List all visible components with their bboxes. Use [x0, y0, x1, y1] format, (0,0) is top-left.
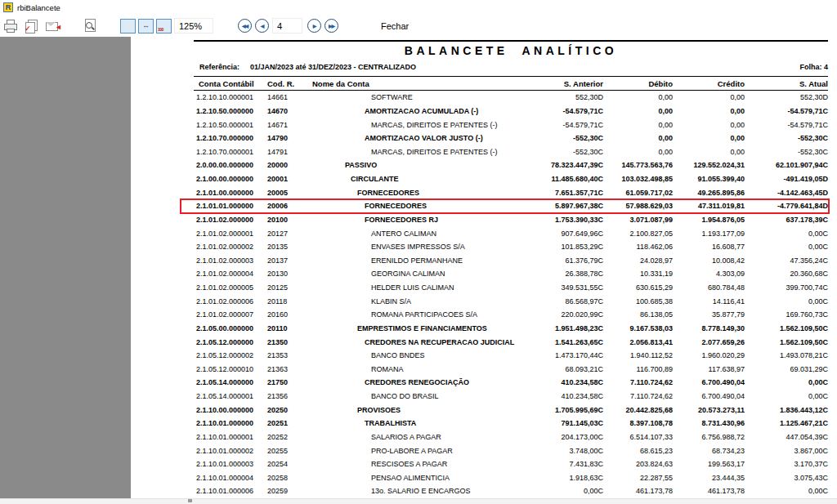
col-conta-contabil: Conta Contábil: [194, 79, 266, 88]
cell-cod: 14661: [266, 93, 305, 101]
cell-conta: 2.1.05.00.000000: [194, 324, 266, 332]
cell-nome: BANCO DO BRASIL: [305, 392, 523, 400]
cell-debito: 68.615,23: [603, 447, 673, 455]
cell-credito: 20.573.273,11: [673, 406, 745, 414]
table-row: 2.1.01.02.000005 20125 HELDER LUIS CALIM…: [194, 281, 828, 295]
cell-cod: 20127: [266, 230, 305, 238]
page-width-button[interactable]: ↔: [138, 19, 154, 33]
zoom-level-input[interactable]: [174, 18, 213, 33]
cell-debito: 8.397.108,78: [603, 419, 673, 427]
nav-last-icon: ▶▶: [329, 23, 334, 29]
toolbar: ✓ ◄ ↔ 100 ◀◀ ◀ ▶ ▶▶ Fechar: [0, 15, 837, 37]
table-row: 2.1.05.14.000000 21750 CREDORES RENEGOCI…: [194, 376, 828, 390]
cell-credito: 4.303,09: [673, 270, 745, 278]
cell-s-atual: 0,00C: [745, 243, 828, 251]
table-row: 2.1.10.01.000004 20258 PENSAO ALIMENTICI…: [194, 471, 828, 485]
cell-conta: 2.1.05.12.000000: [194, 338, 266, 346]
cell-cod: 20250: [266, 406, 305, 414]
cell-cod: 20137: [266, 256, 305, 265]
col-cod-r: Cod. R.: [266, 79, 305, 88]
cell-credito: 0,00: [673, 93, 745, 101]
cell-s-anterior: 204.173,00C: [523, 433, 603, 441]
table-row: 2.1.10.01.000003 20254 RESCISOES A PAGAR…: [194, 457, 828, 471]
nav-last-button[interactable]: ▶▶: [325, 19, 338, 33]
cell-cod: 20130: [266, 270, 305, 278]
cell-s-anterior: 349.531,55C: [523, 283, 603, 292]
cell-credito: 49.265.895,86: [673, 189, 745, 197]
print-options-button[interactable]: ✓: [25, 17, 39, 35]
cell-cod: 20125: [266, 283, 305, 292]
reference-value: 01/JAN/2023 até 31/DEZ/2023 - CENTRALIZA…: [250, 63, 416, 72]
cell-nome: MARCAS, DIREITOS E PATENTES (-): [305, 121, 523, 129]
cell-debito: 2.100.827,05: [603, 230, 673, 238]
table-row: 2.1.10.01.000000 20251 TRABALHISTA 791.1…: [194, 417, 828, 430]
nav-next-button[interactable]: ▶: [307, 19, 321, 33]
horizontal-scrollbar[interactable]: [0, 498, 837, 504]
cell-s-anterior: 7.431,83C: [523, 460, 603, 468]
table-row: 2.1.01.02.000004 20130 GEORGINA CALIMAN …: [194, 267, 828, 281]
cell-cod: 14790: [266, 134, 305, 142]
cell-credito: 6.700.490,04: [673, 378, 745, 386]
close-report-button[interactable]: Fechar: [381, 21, 409, 31]
cell-conta: 2.1.00.00.000000: [194, 175, 266, 183]
cell-s-atual: 0,00C: [745, 392, 828, 400]
cell-cod: 21350: [266, 338, 305, 346]
nav-prev-button[interactable]: ◀: [255, 19, 269, 33]
cell-s-atual: 1.125.467,21C: [745, 419, 828, 427]
cell-credito: 2.077.659,26: [673, 338, 745, 346]
cell-credito: 0,00: [673, 148, 745, 156]
cell-conta: 2.1.01.02.000001: [194, 230, 266, 238]
cell-s-anterior: 552,30D: [523, 93, 603, 101]
cell-nome: 13o. SALARIO E ENCARGOS: [305, 487, 523, 495]
cell-credito: 91.055.399,40: [673, 175, 745, 183]
table-row: 2.0.00.00.000000 20000 PASSIVO 78.323.44…: [194, 158, 828, 172]
col-s-atual: S. Atual: [745, 79, 828, 88]
print-options-icon: ✓: [25, 20, 39, 33]
print-button[interactable]: [4, 17, 17, 35]
print-icon: [4, 20, 17, 32]
cell-conta: 2.1.01.02.000004: [194, 270, 266, 278]
whole-page-button[interactable]: [120, 19, 136, 33]
cell-credito: 1.193.177,09: [673, 230, 745, 238]
cell-s-anterior: 1.705.995,69C: [523, 406, 603, 414]
cell-debito: 7.110.724,62: [603, 392, 673, 400]
cell-s-atual: 20.360,68C: [745, 270, 828, 278]
cell-cod: 20118: [266, 297, 305, 306]
table-row: 2.1.01.02.000007 20160 ROMANA PARTICIPAC…: [194, 308, 828, 322]
page-number-input[interactable]: [272, 18, 302, 33]
nav-first-button[interactable]: ◀◀: [238, 19, 252, 33]
cell-debito: 2.056.813,41: [603, 338, 673, 346]
cell-conta: 2.1.01.01.000000: [194, 202, 266, 210]
viewer-background: [0, 37, 131, 498]
export-mail-icon: ◄: [46, 20, 60, 33]
cell-debito: 20.442.825,68: [603, 406, 673, 414]
cell-s-atual: -552,30C: [745, 148, 828, 156]
cell-nome: PASSIVO: [305, 161, 523, 169]
search-button[interactable]: [83, 17, 97, 35]
cell-credito: 199.563,17: [673, 460, 745, 468]
cell-credito: 0,00: [673, 121, 745, 129]
cell-nome: AMORTIZACAO ACUMULADA (-): [305, 107, 523, 115]
table-row: 2.1.10.01.000006 20259 13o. SALARIO E EN…: [194, 484, 828, 498]
cell-credito: 0,00: [673, 134, 745, 142]
cell-nome: PRO-LABORE A PAGAR: [305, 447, 523, 455]
cell-conta: 2.1.01.02.000006: [194, 297, 266, 306]
cell-credito: 680.784,48: [673, 283, 745, 292]
cell-cod: 20100: [266, 216, 305, 224]
cell-s-anterior: 101.853,29C: [523, 243, 603, 251]
report-rows: 1.2.10.10.000001 14661 SOFTWARE 552,30D …: [194, 91, 828, 498]
cell-credito: 8.778.149,30: [673, 324, 745, 332]
table-row: 2.1.10.01.000002 20255 PRO-LABORE A PAGA…: [194, 444, 828, 457]
cell-conta: 2.1.01.00.000000: [194, 189, 266, 197]
cell-cod: 21356: [266, 392, 305, 400]
cell-debito: 630.615,29: [603, 283, 673, 292]
cell-cod: 20110: [266, 324, 305, 332]
export-mail-button[interactable]: ◄: [46, 17, 60, 35]
window-title: rbiBalancete: [17, 3, 60, 12]
cell-debito: 3.071.087,99: [603, 216, 673, 224]
zoom-100-button[interactable]: 100: [156, 19, 172, 33]
scrollbar-thumb[interactable]: [188, 499, 192, 502]
cell-nome: EMPRESTIMOS E FINANCIAMENTOS: [305, 324, 523, 332]
cell-conta: 1.2.10.70.000001: [194, 148, 266, 156]
cell-conta: 1.2.10.50.000000: [194, 107, 266, 115]
